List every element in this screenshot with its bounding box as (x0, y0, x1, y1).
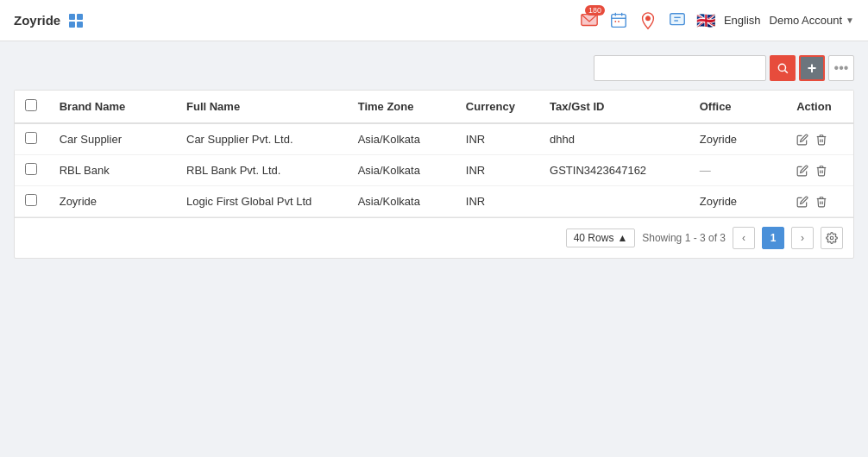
col-full-name: Full Name (176, 91, 348, 123)
notification-icon-wrapper[interactable]: 180 (579, 10, 600, 31)
row-checkbox[interactable] (25, 163, 37, 175)
cell-tax-gst-id (539, 186, 689, 217)
table-row: Car Supplier Car Supplier Pvt. Ltd. Asia… (15, 123, 853, 155)
cell-brand-name: Zoyride (49, 186, 176, 217)
header: Zoyride 180 (0, 0, 868, 41)
map-icon-wrapper[interactable] (638, 10, 658, 31)
more-dots-icon: ••• (834, 60, 849, 76)
svg-line-12 (785, 71, 788, 73)
row-checkbox[interactable] (25, 194, 37, 206)
search-button[interactable] (770, 55, 796, 81)
row-checkbox-cell[interactable] (15, 186, 49, 217)
flag-icon[interactable]: 🇬🇧 (696, 11, 715, 30)
rows-per-page-select[interactable]: 40 Rows ▲ (566, 228, 636, 247)
rows-per-page-label: 40 Rows (574, 232, 614, 244)
svg-point-7 (646, 16, 651, 20)
delete-icon[interactable] (815, 196, 827, 208)
cell-time-zone: Asia/Kolkata (348, 123, 456, 155)
svg-rect-8 (670, 13, 685, 24)
add-button[interactable]: + (799, 55, 825, 81)
next-page-button[interactable]: › (791, 227, 814, 249)
edit-icon[interactable] (796, 134, 808, 146)
col-office: Office (689, 91, 786, 123)
pagination-row: 40 Rows ▲ Showing 1 - 3 of 3 ‹ 1 › (15, 217, 853, 258)
main-content: + ••• Brand Name Full Name Time Zone Cur… (0, 41, 868, 457)
select-all-header[interactable] (15, 91, 49, 123)
cell-currency: INR (456, 123, 539, 155)
cell-tax-gst-id: dhhd (539, 123, 689, 155)
col-action: Action (786, 91, 853, 123)
pagination-info: Showing 1 - 3 of 3 (642, 232, 726, 244)
header-left: Zoyride (14, 13, 83, 28)
row-checkbox-cell[interactable] (15, 123, 49, 155)
cell-tax-gst-id: GSTIN3423647162 (539, 155, 689, 186)
cell-full-name: RBL Bank Pvt. Ltd. (176, 155, 348, 186)
data-table: Brand Name Full Name Time Zone Currency … (14, 90, 854, 259)
svg-point-6 (618, 21, 620, 22)
account-name: Demo Account (770, 14, 843, 27)
table-header-row: Brand Name Full Name Time Zone Currency … (15, 91, 853, 123)
delete-icon[interactable] (815, 165, 827, 177)
svg-point-13 (830, 236, 833, 240)
notification-badge: 180 (585, 5, 605, 16)
cell-action (786, 155, 853, 186)
cell-brand-name: RBL Bank (49, 155, 176, 186)
grid-icon[interactable] (69, 14, 83, 28)
cell-time-zone: Asia/Kolkata (348, 186, 456, 217)
table-settings-button[interactable] (821, 227, 843, 249)
calendar-icon-wrapper[interactable] (608, 10, 629, 31)
rows-arrow-icon: ▲ (617, 232, 627, 244)
cell-brand-name: Car Supplier (49, 123, 176, 155)
cell-office: — (689, 155, 786, 186)
edit-icon[interactable] (796, 165, 808, 177)
calendar-icon (608, 10, 629, 31)
cell-office: Zoyride (689, 123, 786, 155)
cell-currency: INR (456, 155, 539, 186)
search-input[interactable] (594, 55, 766, 81)
row-checkbox-cell[interactable] (15, 155, 49, 186)
cell-time-zone: Asia/Kolkata (348, 155, 456, 186)
toolbar: + ••• (14, 55, 854, 81)
prev-page-button[interactable]: ‹ (733, 227, 755, 249)
map-icon (638, 10, 658, 31)
app-logo: Zoyride (14, 13, 60, 28)
info-icon-wrapper[interactable] (667, 10, 688, 31)
col-time-zone: Time Zone (348, 91, 456, 123)
cell-office: Zoyride (689, 186, 786, 217)
col-tax-gst-id: Tax/Gst ID (539, 91, 689, 123)
info-icon (667, 10, 688, 31)
row-checkbox[interactable] (25, 132, 37, 144)
table-row: RBL Bank RBL Bank Pvt. Ltd. Asia/Kolkata… (15, 155, 853, 186)
table-row: Zoyride Logic First Global Pvt Ltd Asia/… (15, 186, 853, 217)
header-right: 180 (579, 10, 854, 31)
current-page[interactable]: 1 (762, 227, 784, 249)
edit-icon[interactable] (796, 196, 808, 208)
col-currency: Currency (456, 91, 539, 123)
svg-point-11 (778, 64, 785, 71)
svg-point-5 (614, 21, 616, 22)
account-menu[interactable]: Demo Account ▼ (770, 14, 854, 27)
col-brand-name: Brand Name (49, 91, 176, 123)
cell-full-name: Logic First Global Pvt Ltd (176, 186, 348, 217)
more-options-button[interactable]: ••• (828, 55, 854, 81)
cell-currency: INR (456, 186, 539, 217)
delete-icon[interactable] (815, 134, 827, 146)
cell-action (786, 186, 853, 217)
language-label: English (724, 14, 761, 27)
chevron-down-icon: ▼ (846, 16, 854, 25)
cell-full-name: Car Supplier Pvt. Ltd. (176, 123, 348, 155)
select-all-checkbox[interactable] (25, 99, 37, 111)
cell-action (786, 123, 853, 155)
